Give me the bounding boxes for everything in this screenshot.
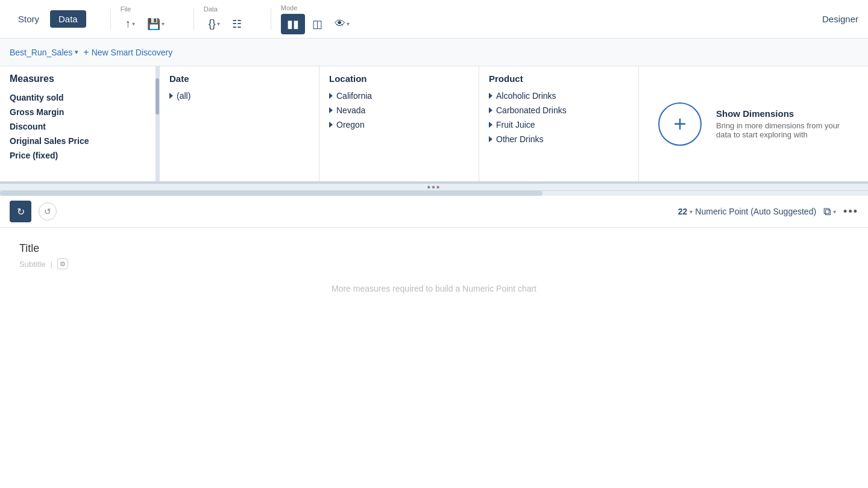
measures-scrollbar[interactable] [156, 66, 159, 181]
location-item-1: Nevada [336, 105, 365, 115]
chart-title: Title [19, 242, 849, 255]
toolbar-file-section: File ↑ ▾ 💾 ▾ [121, 5, 169, 33]
gear-icon: ⚙ [60, 260, 66, 268]
chart-empty-message: More measures required to build a Numeri… [19, 284, 849, 330]
date-list: (all) [169, 89, 309, 103]
product-heading: Product [489, 74, 629, 84]
mode-chart-btn[interactable]: ▮▮ [281, 14, 305, 34]
chart-type-selector[interactable]: 22 ▾ Numeric Point (Auto Suggested) [678, 207, 816, 216]
location-dimension-panel: Location California Nevada Oregon [319, 66, 479, 181]
list-item[interactable]: (all) [169, 89, 309, 103]
divider-1 [110, 8, 111, 30]
chevron-right-icon [329, 93, 333, 99]
list-item[interactable]: Gross Margin [10, 105, 149, 119]
product-dimension-panel: Product Alcoholic Drinks Carbonated Drin… [479, 66, 639, 181]
add-dimensions-button[interactable]: + [658, 102, 702, 146]
list-item[interactable]: California [329, 89, 469, 103]
toolbar-mode-section: Mode ▮▮ ◫ 👁 ▾ [281, 4, 354, 34]
show-dimensions-panel: + Show Dimensions Bring in more dimensio… [639, 66, 868, 181]
dimensions-area: Measures Quantity sold Gross Margin Disc… [0, 66, 868, 184]
show-dims-description: Bring in more dimensions from your data … [716, 121, 849, 139]
list-item[interactable]: Other Drinks [489, 132, 629, 146]
save-icon: 💾 [147, 17, 160, 31]
list-item[interactable]: Fruit Juice [489, 117, 629, 132]
chevron-right-icon [489, 136, 492, 142]
chart-toolbar: ↻ ↺ 22 ▾ Numeric Point (Auto Suggested) … [0, 196, 868, 228]
second-bar: Best_Run_Sales ▾ + New Smart Discovery [0, 39, 868, 66]
top-bar: Story Data File ↑ ▾ 💾 ▾ Data {} ▾ ☷ [0, 0, 868, 39]
date-dimension-panel: Date (all) [160, 66, 319, 181]
chart-undo-button[interactable]: ↺ [39, 202, 57, 221]
location-list: California Nevada Oregon [329, 89, 469, 132]
dataset-name: Best_Run_Sales [10, 48, 72, 57]
list-item[interactable]: Carbonated Drinks [489, 103, 629, 117]
plus-large-icon: + [673, 113, 686, 135]
tab-group: Story Data [10, 10, 86, 28]
undo-circle-icon: ↺ [44, 207, 51, 216]
toolbar-mode-label: Mode [281, 4, 298, 11]
dataset-selector[interactable]: Best_Run_Sales ▾ [10, 48, 78, 57]
list-item[interactable]: Original Sales Price [10, 134, 149, 148]
new-discovery-label: New Smart Discovery [92, 48, 173, 57]
list-item[interactable]: Oregon [329, 117, 469, 132]
chart-icon: ▮▮ [287, 17, 299, 31]
list-item[interactable]: Price (fixed) [10, 148, 149, 163]
product-item-1: Carbonated Drinks [496, 105, 567, 115]
resize-handle[interactable]: ••• [0, 184, 868, 191]
product-item-3: Other Drinks [496, 134, 544, 144]
code-icon: {} [209, 17, 216, 30]
chart-type-number: 22 [678, 207, 688, 216]
chart-type-label: Numeric Point (Auto Suggested) [695, 207, 816, 216]
list-item[interactable]: Discount [10, 119, 149, 134]
undo-toolbar-btn[interactable]: ↑ ▾ [121, 15, 140, 33]
refresh-icon: ↻ [17, 206, 25, 217]
show-dimensions-text: Show Dimensions Bring in more dimensions… [716, 108, 849, 139]
horizontal-scrollbar-thumb [0, 191, 542, 196]
refresh-button[interactable]: ↻ [10, 201, 31, 222]
dataset-caret: ▾ [75, 48, 78, 56]
subtitle-settings-button[interactable]: ⚙ [57, 258, 68, 269]
eye-icon: 👁 [335, 17, 345, 30]
new-smart-discovery-button[interactable]: + New Smart Discovery [83, 47, 172, 58]
date-heading: Date [169, 74, 309, 84]
product-item-0: Alcoholic Drinks [496, 91, 556, 101]
copy-button[interactable]: ⧉ ▾ [823, 205, 836, 218]
toolbar-mode-icons: ▮▮ ◫ 👁 ▾ [281, 14, 354, 34]
chart-content: Title Subtitle | ⚙ More measures require… [0, 228, 868, 344]
resize-dots-icon: ••• [427, 182, 441, 193]
data-code-btn[interactable]: {} ▾ [204, 15, 225, 33]
table-icon: ☷ [232, 17, 242, 31]
chevron-right-icon [489, 122, 492, 128]
tab-data[interactable]: Data [50, 10, 86, 28]
data-table-btn[interactable]: ☷ [227, 15, 247, 33]
mode-preview-btn[interactable]: 👁 ▾ [330, 15, 354, 33]
chevron-right-icon [329, 122, 333, 128]
toolbar-data-icons: {} ▾ ☷ [204, 15, 247, 33]
measures-heading: Measures [10, 74, 149, 84]
list-item[interactable]: Quantity sold [10, 90, 149, 105]
preview-caret: ▾ [347, 20, 350, 27]
code-caret: ▾ [217, 20, 220, 27]
mode-grid-btn[interactable]: ◫ [307, 15, 327, 33]
chevron-right-icon [169, 93, 173, 99]
tab-story[interactable]: Story [10, 10, 48, 28]
copy-icon: ⧉ [823, 205, 831, 218]
measures-panel: Measures Quantity sold Gross Margin Disc… [0, 66, 160, 181]
show-dims-heading: Show Dimensions [716, 108, 849, 119]
list-item[interactable]: Nevada [329, 103, 469, 117]
list-item[interactable]: Alcoholic Drinks [489, 89, 629, 103]
pipe-separator: | [50, 260, 52, 269]
undo-caret: ▾ [132, 20, 135, 27]
location-item-0: California [336, 91, 372, 101]
save-toolbar-btn[interactable]: 💾 ▾ [142, 15, 169, 33]
empty-message-text: More measures required to build a Numeri… [332, 284, 536, 293]
divider-3 [271, 8, 271, 30]
date-all-label: (all) [177, 91, 190, 101]
chevron-right-icon [329, 107, 333, 113]
designer-button[interactable]: Designer [822, 14, 858, 24]
plus-icon: + [83, 47, 89, 58]
top-bar-right: Designer [822, 14, 858, 24]
more-options-button[interactable]: ••• [843, 205, 858, 218]
toolbar-data-section: Data {} ▾ ☷ [204, 5, 247, 33]
product-item-2: Fruit Juice [496, 120, 535, 130]
